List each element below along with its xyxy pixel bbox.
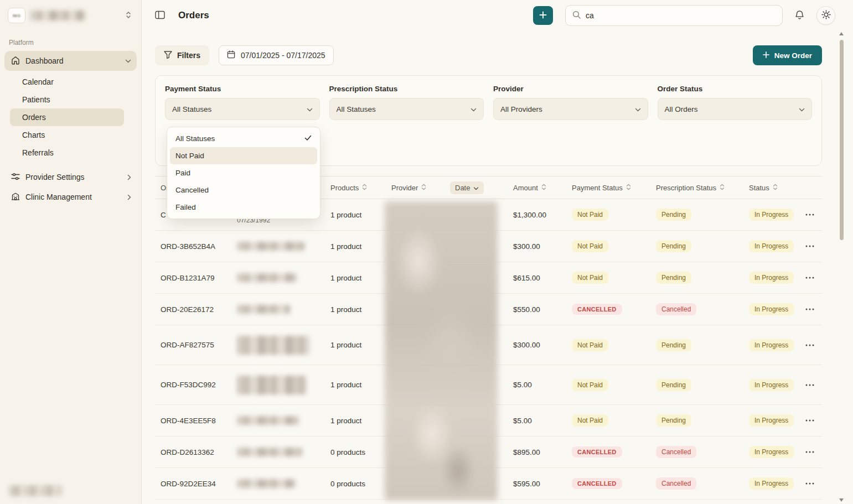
order-status-select[interactable]: All Orders xyxy=(658,98,813,120)
notifications-button[interactable] xyxy=(795,10,804,22)
chevron-down-icon xyxy=(307,105,313,113)
table-row[interactable]: ORD-F53DC992 1 product $5.00 Not Paid Pe… xyxy=(155,365,822,405)
dropdown-option-failed[interactable]: Failed xyxy=(170,199,317,216)
table-row[interactable]: ORD-3B652B4A 1 product $300.00 Not Paid … xyxy=(155,231,822,262)
status-badge: In Progress xyxy=(749,414,794,427)
prescription-status-badge: Pending xyxy=(656,209,691,221)
products-count: 1 product xyxy=(325,274,380,282)
payment-status-select[interactable]: All Statuses xyxy=(165,98,320,120)
row-actions-button[interactable] xyxy=(802,210,818,219)
patient-name-redacted xyxy=(237,416,299,425)
dropdown-option-all-statuses[interactable]: All Statuses xyxy=(170,130,317,147)
sidebar-item-calendar[interactable]: Calendar xyxy=(10,73,124,91)
chevron-down-icon xyxy=(125,59,131,63)
option-label: All Statuses xyxy=(175,134,215,143)
scroll-down-arrow[interactable] xyxy=(839,498,844,502)
app-root: IMG Platform Dashboard Calendar xyxy=(0,0,853,504)
payment-status-badge: CANCELLED xyxy=(572,478,622,489)
search-box[interactable] xyxy=(565,5,783,26)
row-actions-button[interactable] xyxy=(802,416,818,425)
row-actions-button[interactable] xyxy=(802,305,818,314)
patient-name-redacted xyxy=(237,273,297,282)
row-actions-button[interactable] xyxy=(802,242,818,251)
column-header-products[interactable]: Products xyxy=(325,184,380,192)
scroll-up-arrow[interactable] xyxy=(839,32,844,35)
table-row[interactable]: ORD-D2613362 0 products $895.00 CANCELLE… xyxy=(155,437,822,468)
sort-icon xyxy=(362,184,367,192)
sort-icon xyxy=(626,184,631,192)
row-actions-button[interactable] xyxy=(802,448,818,456)
row-actions-button[interactable] xyxy=(802,341,818,350)
workspace-header: IMG xyxy=(0,0,141,29)
building-icon xyxy=(11,192,20,202)
funnel-icon xyxy=(164,51,172,60)
table-row[interactable]: ORD-92D2EE34 0 products $595.00 CANCELLE… xyxy=(155,468,822,500)
table-body: C 07/23/1992 1 product $1,300.00 Not Pai… xyxy=(155,199,822,500)
amount: $595.00 xyxy=(498,480,566,488)
option-label: Cancelled xyxy=(175,186,209,194)
prescription-status-select[interactable]: All Statuses xyxy=(329,98,484,120)
patient-name-redacted xyxy=(237,336,310,355)
payment-status-badge: Not Paid xyxy=(572,379,608,391)
column-header-status[interactable]: Status xyxy=(739,184,794,192)
panel-toggle-icon xyxy=(155,11,165,21)
date-range-button[interactable]: 07/01/2025 - 07/17/2025 xyxy=(219,45,334,65)
scrollbar-thumb[interactable] xyxy=(840,40,844,240)
sidebar-item-clinic-management[interactable]: Clinic Management xyxy=(4,187,137,207)
workspace-logo: IMG xyxy=(8,8,25,23)
sidebar-item-label: Charts xyxy=(22,131,45,139)
column-header-date[interactable]: Date xyxy=(447,181,498,194)
order-id: ORD-AF827575 xyxy=(155,341,230,349)
products-count: 1 product xyxy=(325,381,380,389)
payment-status-value: All Statuses xyxy=(172,105,211,113)
provider-select[interactable]: All Providers xyxy=(493,98,648,120)
amount: $1,300.00 xyxy=(498,211,566,219)
sidebar-item-label: Orders xyxy=(22,113,46,122)
sidebar-item-label: Referrals xyxy=(22,148,54,157)
amount: $615.00 xyxy=(498,274,566,282)
column-header-prescription-status[interactable]: Prescription Status xyxy=(650,184,739,192)
new-order-button[interactable]: New Order xyxy=(753,45,822,65)
theme-toggle-button[interactable] xyxy=(816,6,835,25)
new-order-label: New Order xyxy=(774,51,812,60)
sidebar-item-dashboard[interactable]: Dashboard xyxy=(4,51,137,71)
column-header-provider[interactable]: Provider xyxy=(380,184,447,192)
column-header-payment-status[interactable]: Payment Status xyxy=(566,184,650,192)
sidebar-item-label: Provider Settings xyxy=(25,173,85,181)
sidebar-toggle-button[interactable] xyxy=(155,11,165,21)
sidebar-item-patients[interactable]: Patients xyxy=(10,91,124,108)
table-row[interactable]: ORD-AF827575 1 product $300.00 Not Paid … xyxy=(155,325,822,365)
sidebar-item-referrals[interactable]: Referrals xyxy=(10,144,124,162)
option-label: Not Paid xyxy=(175,152,204,160)
status-badge: In Progress xyxy=(749,209,794,221)
dropdown-option-not-paid[interactable]: Not Paid xyxy=(170,147,317,164)
order-id: ORD-B1231A79 xyxy=(155,274,230,282)
table-row[interactable]: ORD-4E3EE5F8 1 product $5.00 Not Paid Pe… xyxy=(155,405,822,437)
dropdown-option-paid[interactable]: Paid xyxy=(170,164,317,181)
amount: $5.00 xyxy=(498,417,566,425)
topbar: Orders xyxy=(142,0,853,31)
row-actions-button[interactable] xyxy=(802,273,818,282)
sidebar-item-orders[interactable]: Orders xyxy=(10,108,124,126)
table-row[interactable]: ORD-20E26172 1 product $550.00 CANCELLED… xyxy=(155,294,822,325)
row-actions-button[interactable] xyxy=(802,381,818,389)
quick-add-button[interactable] xyxy=(533,6,553,25)
sidebar-item-charts[interactable]: Charts xyxy=(10,126,124,144)
prescription-status-badge: Pending xyxy=(656,414,691,427)
vertical-scrollbar[interactable] xyxy=(838,32,845,502)
table-row[interactable]: ORD-B1231A79 1 product $615.00 Not Paid … xyxy=(155,262,822,294)
topbar-actions xyxy=(533,5,835,26)
chevron-right-icon xyxy=(127,194,131,200)
search-input[interactable] xyxy=(586,11,776,20)
page-title: Orders xyxy=(178,10,209,21)
sidebar-item-provider-settings[interactable]: Provider Settings xyxy=(4,167,137,187)
products-count: 0 products xyxy=(325,480,380,488)
workspace-switcher-button[interactable] xyxy=(123,9,133,23)
column-header-amount[interactable]: Amount xyxy=(498,184,566,192)
filters-button[interactable]: Filters xyxy=(155,45,209,65)
dropdown-option-cancelled[interactable]: Cancelled xyxy=(170,181,317,199)
user-profile-redacted[interactable] xyxy=(9,485,62,496)
row-actions-button[interactable] xyxy=(802,479,818,488)
sidebar: IMG Platform Dashboard Calendar xyxy=(0,0,142,504)
chevron-right-icon xyxy=(127,174,131,180)
